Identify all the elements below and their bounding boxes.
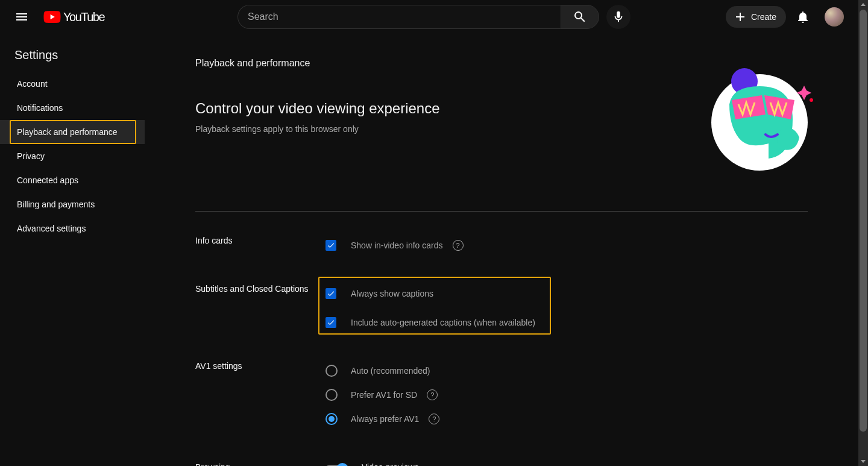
radio-av1-sd[interactable]: [326, 389, 338, 401]
help-icon[interactable]: ?: [427, 389, 438, 400]
sidebar-item-connected[interactable]: Connected apps: [0, 168, 145, 192]
check-icon: [327, 318, 335, 327]
section-label-av1: AV1 settings: [195, 361, 326, 433]
main-content: Playback and performance Control your vi…: [195, 58, 808, 466]
check-icon: [327, 241, 335, 250]
radio-av1-always[interactable]: [326, 413, 338, 425]
sidebar-item-advanced[interactable]: Advanced settings: [0, 216, 145, 241]
checkbox-always-captions[interactable]: [326, 288, 336, 299]
hero-heading: Control your video viewing experience: [195, 100, 440, 117]
check-icon: [327, 289, 335, 298]
search-button[interactable]: [561, 5, 599, 29]
scrollbar-arrow-down-icon[interactable]: [858, 456, 868, 466]
settings-sidebar: Settings Account Notifications Playback …: [0, 34, 145, 241]
sidebar-title: Settings: [0, 48, 145, 72]
section-browsing: Browsing Video previews Video previews w…: [195, 462, 808, 466]
auto-captions-label: Include auto-generated captions (when av…: [351, 318, 535, 327]
scrollbar-thumb[interactable]: [860, 10, 867, 432]
hero-illustration: [711, 71, 808, 168]
section-label-info-cards: Info cards: [195, 236, 326, 255]
bell-icon: [796, 10, 810, 24]
info-cards-option-label: Show in-video info cards: [351, 241, 443, 250]
sidebar-item-privacy[interactable]: Privacy: [0, 144, 145, 168]
section-divider: [195, 211, 808, 212]
help-icon[interactable]: ?: [453, 240, 464, 251]
avatar-button[interactable]: [825, 7, 844, 27]
sidebar-item-playback[interactable]: Playback and performance: [0, 120, 145, 144]
radio-av1-auto[interactable]: [326, 365, 338, 377]
hero-subtitle: Playback settings apply to this browser …: [195, 124, 440, 134]
search-icon: [573, 10, 587, 24]
youtube-play-icon: [43, 11, 61, 23]
youtube-logo[interactable]: YouTube: [43, 10, 104, 24]
hamburger-icon: [14, 10, 29, 24]
voice-search-button[interactable]: [606, 5, 631, 29]
youtube-logo-text: YouTube: [63, 10, 104, 24]
section-label-captions: Subtitles and Closed Captions: [195, 284, 326, 332]
plus-icon: [733, 10, 747, 24]
checkbox-info-cards[interactable]: [326, 240, 336, 251]
help-icon[interactable]: ?: [429, 414, 439, 424]
sidebar-item-account[interactable]: Account: [0, 72, 145, 96]
topbar: YouTube Search Create: [0, 0, 858, 34]
section-info-cards: Info cards Show in-video info cards ?: [195, 236, 808, 284]
av1-auto-label: Auto (recommended): [351, 366, 430, 376]
hamburger-menu-button[interactable]: [10, 5, 34, 29]
checkbox-auto-captions[interactable]: [326, 317, 336, 328]
vertical-scrollbar[interactable]: [858, 0, 868, 466]
create-button[interactable]: Create: [726, 6, 786, 28]
sidebar-item-notifications[interactable]: Notifications: [0, 96, 145, 120]
video-previews-title: Video previews: [362, 462, 574, 466]
scrollbar-arrow-up-icon[interactable]: [858, 0, 868, 10]
av1-always-label: Always prefer AV1: [351, 414, 419, 424]
search-input[interactable]: Search: [237, 5, 561, 29]
section-label-browsing: Browsing: [195, 462, 326, 466]
sidebar-item-billing[interactable]: Billing and payments: [0, 192, 145, 216]
section-av1: AV1 settings Auto (recommended) Prefer A…: [195, 361, 808, 462]
svg-point-4: [810, 98, 813, 102]
always-captions-label: Always show captions: [351, 289, 433, 298]
page-title: Playback and performance: [195, 58, 808, 69]
notifications-button[interactable]: [791, 5, 815, 29]
mic-icon: [612, 10, 625, 24]
section-captions: Subtitles and Closed Captions Always sho…: [195, 284, 808, 361]
av1-sd-label: Prefer AV1 for SD: [351, 390, 417, 400]
